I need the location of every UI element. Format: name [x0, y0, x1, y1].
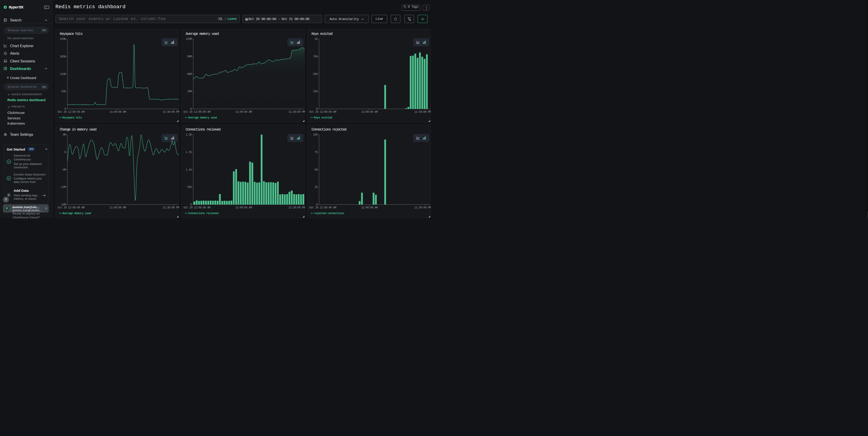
svg-text:Average memory used: Average memory used	[188, 116, 217, 119]
svg-text:11:00:00 AM: 11:00:00 AM	[361, 206, 377, 209]
svg-text:1.7K: 1.7K	[185, 151, 192, 154]
svg-text:11:30:00 PM: 11:30:00 PM	[162, 110, 179, 114]
svg-text:550: 550	[187, 185, 192, 189]
svg-text:Oct 20 12:00:00 AM: Oct 20 12:00:00 AM	[183, 206, 210, 209]
svg-text:Oct 20 12:00:00 AM: Oct 20 12:00:00 AM	[183, 110, 210, 114]
svg-text:11:30:00 PM: 11:30:00 PM	[162, 206, 179, 209]
svg-text:2.2K: 2.2K	[185, 133, 192, 137]
svg-text:11:00:00 AM: 11:00:00 AM	[235, 110, 252, 114]
svg-text:165K: 165K	[60, 55, 66, 58]
svg-text:Connections recieved: Connections recieved	[188, 212, 218, 215]
svg-text:Oct 20 12:00:00 AM: Oct 20 12:00:00 AM	[58, 110, 85, 114]
svg-text:11:30:00 PM: 11:30:00 PM	[288, 110, 305, 114]
svg-text:25: 25	[314, 185, 317, 189]
svg-text:75: 75	[314, 151, 317, 154]
svg-text:Oct 20 12:00:00 AM: Oct 20 12:00:00 AM	[309, 206, 336, 209]
svg-text:60M: 60M	[187, 72, 192, 76]
svg-text:Keyspace hits: Keyspace hits	[62, 116, 82, 119]
svg-text:11:00:00 AM: 11:00:00 AM	[361, 110, 377, 114]
svg-text:30M: 30M	[187, 90, 192, 93]
svg-text:11:30:00 PM: 11:30:00 PM	[288, 206, 305, 209]
svg-text:11:00:00 AM: 11:00:00 AM	[109, 110, 126, 114]
svg-text:Oct 20 12:00:00 AM: Oct 20 12:00:00 AM	[58, 206, 85, 209]
svg-text:11:00:00 AM: 11:00:00 AM	[235, 206, 252, 209]
svg-text:1K: 1K	[314, 37, 318, 41]
svg-text:11:30:00 PM: 11:30:00 PM	[414, 110, 431, 114]
svg-text:110K: 110K	[60, 72, 66, 76]
svg-text:100: 100	[313, 133, 317, 137]
svg-text:-6M: -6M	[61, 168, 66, 172]
svg-text:120M: 120M	[185, 37, 192, 41]
svg-text:750: 750	[313, 55, 317, 58]
svg-text:Average memory used: Average memory used	[62, 212, 91, 215]
svg-text:500: 500	[313, 72, 317, 76]
svg-text:250: 250	[313, 90, 317, 93]
svg-text:Keys evicted: Keys evicted	[314, 116, 332, 119]
svg-text:11:00:00 AM: 11:00:00 AM	[109, 206, 126, 209]
svg-text:50: 50	[314, 168, 317, 172]
svg-text:1.1K: 1.1K	[185, 168, 192, 172]
svg-text:0: 0	[64, 151, 66, 154]
svg-text:6M: 6M	[63, 133, 66, 137]
svg-text:Oct 20 12:00:00 AM: Oct 20 12:00:00 AM	[309, 110, 336, 114]
svg-text:90M: 90M	[187, 55, 192, 58]
svg-text:rejected connections: rejected connections	[314, 212, 344, 215]
svg-text:55K: 55K	[61, 90, 66, 93]
svg-text:11:30:00 PM: 11:30:00 PM	[414, 206, 431, 209]
svg-text:220K: 220K	[60, 37, 66, 41]
svg-text:-12M: -12M	[60, 185, 66, 189]
